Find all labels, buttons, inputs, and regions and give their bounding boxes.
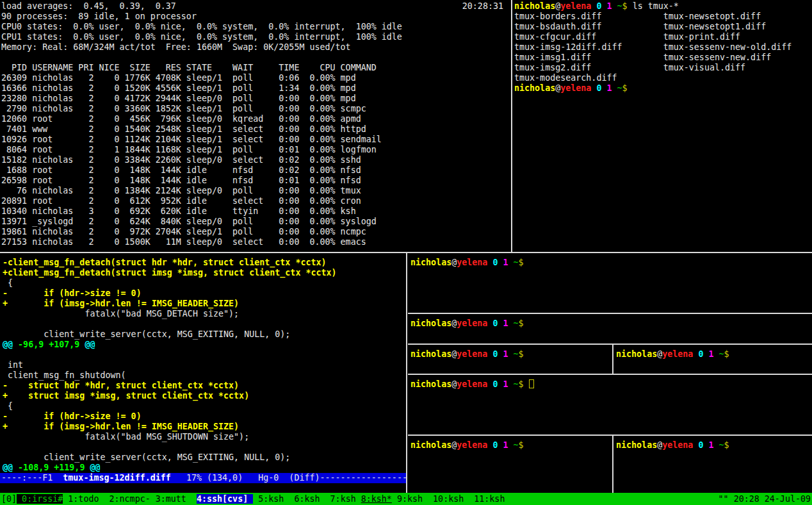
- text-segment: 10926 root 2 0 1124K 2104K sleep/1 selec…: [1, 135, 382, 144]
- text-segment: yelena: [457, 258, 487, 267]
- text-segment: 15182 nicholas 2 0 3384K 2260K sleep/0 s…: [1, 155, 361, 165]
- text-segment: tmux-cfgcur.diff tmux-print.diff: [514, 32, 740, 42]
- text-segment: 16366 nicholas 2 0 1520K 4556K sleep/1 p…: [1, 83, 356, 93]
- terminal-line: nicholas@yelena 0 1 ~$ ls tmux-*: [513, 1, 812, 12]
- tmux-status-bar[interactable]: [0] 0:irssi# 1:todo 2:ncmpc- 3:mutt 4:ss…: [0, 493, 812, 505]
- text-segment: 26309 nicholas 2 0 1776K 4708K sleep/1 p…: [1, 73, 356, 83]
- shell-pane-a-output: nicholas@yelena 0 1 ~$: [408, 258, 812, 268]
- shell-pane-c-left-output: nicholas@yelena 0 1 ~$: [408, 349, 612, 360]
- shell-pane-active-output: nicholas@yelena 0 1 ~$: [408, 379, 812, 390]
- text-segment: 1: [606, 83, 612, 93]
- shell-pane-b[interactable]: nicholas@yelena 0 1 ~$: [408, 314, 812, 348]
- terminal-line: client_write_server(cctx, MSG_EXITING, N…: [0, 452, 406, 463]
- text-segment: ~: [617, 1, 622, 11]
- text-segment: nicholas: [514, 83, 555, 93]
- text-segment: + if (imsg->hdr.len != IMSG_HEADER_SIZE): [3, 299, 239, 308]
- text-segment: nicholas: [616, 440, 657, 450]
- emacs-diff-pane[interactable]: -client_msg_fn_detach(struct hdr *hdr, s…: [0, 253, 406, 497]
- text-segment: nicholas: [410, 319, 451, 328]
- text-segment: Memory: Real: 68M/324M act/tot Free: 166…: [1, 42, 351, 52]
- shell-pane-e-right[interactable]: nicholas@yelena 0 1 ~$: [613, 436, 812, 497]
- terminal-line: [0, 53, 511, 63]
- terminal-line: 26598 root 2 0 148K 144K idle nfsd 0:01 …: [0, 176, 511, 186]
- text-segment: $: [519, 258, 524, 267]
- shell-pane-e-left-output: nicholas@yelena 0 1 ~$: [408, 440, 612, 451]
- terminal-line: tmux-imsg2.diff tmux-visual.diff: [513, 63, 812, 73]
- text-segment: ~: [514, 349, 519, 359]
- text-segment: yelena: [560, 83, 591, 93]
- text-segment: @@: [3, 463, 13, 472]
- terminal-line: 19861 nicholas 2 0 972K 2704K sleep/1 po…: [0, 227, 511, 237]
- emacs-modeline: ----:---F1 tmux-imsg-12diff.diff 17% (13…: [0, 473, 406, 483]
- shell-pane-e-left[interactable]: nicholas@yelena 0 1 ~$: [408, 436, 612, 497]
- text-segment: 9:ksh 10:ksh 11:ksh: [392, 494, 505, 504]
- terminal-line: 20891 root 2 0 612K 952K idle select 0:0…: [0, 196, 511, 206]
- text-segment: + if (imsg->hdr.len != IMSG_HEADER_SIZE): [3, 422, 239, 431]
- text-segment: ~: [617, 83, 622, 93]
- terminal-line: - if (hdr->size != 0): [0, 288, 406, 299]
- text-segment: [612, 83, 617, 93]
- text-segment: @@: [90, 463, 100, 472]
- terminal-line: 10926 root 2 0 1124K 2104K sleep/1 selec…: [0, 135, 511, 145]
- terminal-line: nicholas@yelena 0 1 ~$: [408, 319, 812, 329]
- text-segment: -96,9 +107,9: [13, 340, 85, 349]
- shell-pane-c-left[interactable]: nicholas@yelena 0 1 ~$: [408, 345, 612, 378]
- text-segment: --------------------------: [320, 473, 406, 483]
- tmux-screen: 20:28:31 load averages: 0.45, 0.39, 0.37…: [0, 0, 812, 505]
- text-segment: 90 processes: 89 idle, 1 on processor: [1, 12, 197, 21]
- text-segment: 1: [708, 440, 713, 450]
- terminal-line: CPU1 states: 0.0% user, 0.0% nice, 0.0% …: [0, 32, 511, 42]
- text-segment: ~: [514, 379, 519, 389]
- text-segment: 1: [503, 319, 508, 328]
- terminal-line: - struct hdr *hdr, struct client_ctx *cc…: [0, 381, 406, 391]
- text-segment: 26598 root 2 0 148K 144K idle nfsd 0:01 …: [1, 176, 361, 185]
- text-segment: 8064 root 2 1 1844K 1168K sleep/1 poll 0…: [1, 145, 377, 154]
- text-segment: 1: [503, 379, 508, 389]
- text-segment: 1688 root 2 0 148K 144K idle nfsd 0:02 0…: [1, 165, 361, 175]
- text-segment: nicholas: [410, 349, 451, 359]
- text-segment: - struct hdr *hdr, struct client_ctx *cc…: [3, 381, 239, 390]
- text-segment: tmux-modesearch.diff: [514, 73, 617, 83]
- terminal-line: @@ -96,9 +107,9 @@: [0, 340, 406, 350]
- text-segment: 23280 nicholas 2 0 4172K 2944K sleep/0 p…: [1, 94, 356, 103]
- terminal-line: nicholas@yelena 0 1 ~$: [408, 379, 812, 390]
- text-segment: 1: [503, 440, 508, 450]
- terminal-line: 26309 nicholas 2 0 1776K 4708K sleep/1 p…: [0, 73, 511, 83]
- text-segment: ~: [514, 440, 519, 450]
- text-segment: 1: [503, 349, 508, 359]
- shell-pane-active[interactable]: nicholas@yelena 0 1 ~$: [408, 375, 812, 439]
- text-segment: client_msg_fn_shutdown(: [3, 370, 126, 380]
- emacs-buffer: -client_msg_fn_detach(struct hdr *hdr, s…: [0, 258, 406, 473]
- shell-pane-c-right[interactable]: nicholas@yelena 0 1 ~$: [613, 345, 812, 378]
- text-segment: "" 20:28 24-Jul-09: [719, 494, 811, 504]
- text-segment: ~: [514, 258, 519, 267]
- terminal-line: @@ -108,9 +119,9 @@: [0, 463, 406, 473]
- text-segment: yelena: [457, 349, 487, 359]
- text-segment: $: [519, 349, 524, 359]
- text-segment: nicholas: [616, 349, 657, 359]
- text-segment: - if (hdr->size != 0): [3, 288, 142, 298]
- text-segment: 0:irssi#: [17, 494, 63, 504]
- text-segment: client_write_server(cctx, MSG_EXITING, N…: [3, 329, 290, 339]
- text-segment: PID USERNAME PRI NICE SIZE RES STATE WAI…: [1, 63, 377, 72]
- terminal-line: 7401 www 2 0 1540K 2548K sleep/1 select …: [0, 124, 511, 135]
- text-segment: 12060 root 2 0 456K 796K sleep/0 kqread …: [1, 114, 361, 124]
- text-segment: $: [622, 1, 628, 11]
- shell-pane-c-right-output: nicholas@yelena 0 1 ~$: [613, 349, 812, 360]
- terminal-line: tmux-bsdauth.diff tmux-newsetopt1.diff: [513, 22, 812, 32]
- text-segment: $: [724, 440, 729, 450]
- top-process-pane[interactable]: 20:28:31 load averages: 0.45, 0.39, 0.37…: [0, 0, 511, 253]
- terminal-line: [0, 350, 406, 360]
- text-segment: tmux-imsg-12diff.diff tmux-sessenv-new-o…: [514, 42, 792, 52]
- text-segment: yelena: [457, 319, 487, 328]
- shell-pane-a[interactable]: nicholas@yelena 0 1 ~$: [408, 253, 812, 317]
- terminal-line: 12060 root 2 0 456K 796K sleep/0 kqread …: [0, 114, 511, 124]
- terminal-line: PID USERNAME PRI NICE SIZE RES STATE WAI…: [0, 63, 511, 73]
- terminal-line: [0, 442, 406, 452]
- terminal-line: fatalx("bad MSG_DETACH size");: [0, 309, 406, 319]
- text-segment: $: [519, 319, 524, 328]
- ls-shell-pane[interactable]: nicholas@yelena 0 1 ~$ ls tmux-*tmux-bor…: [513, 0, 812, 253]
- terminal-line: fatalx("bad MSG_SHUTDOWN size");: [0, 432, 406, 442]
- status-window-list[interactable]: [0] 0:irssi# 1:todo 2:ncmpc- 3:mutt 4:ss…: [1, 493, 505, 505]
- terminal-line: client_write_server(cctx, MSG_EXITING, N…: [0, 329, 406, 340]
